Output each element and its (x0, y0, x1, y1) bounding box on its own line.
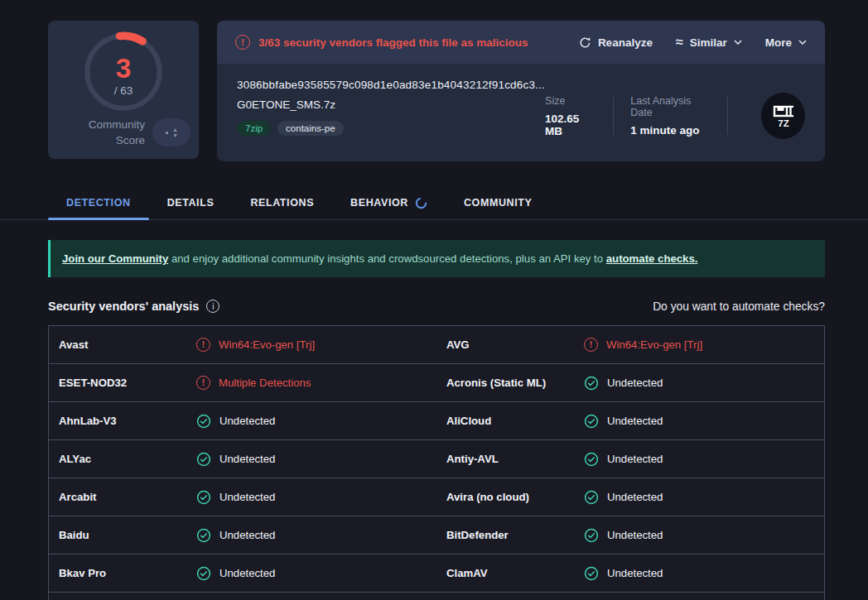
vendor-cell: Arcabit ! Undetected (49, 478, 436, 516)
vendor-result: ! Undetected (196, 566, 275, 581)
table-row: AhnLab-V3 ! Undetected AliCloud ! Undete… (49, 402, 824, 440)
check-icon (196, 414, 211, 429)
tab-relations[interactable]: RELATIONS (232, 186, 332, 219)
analysis-title-group: Security vendors' analysis i (48, 300, 219, 313)
result-text: Undetected (219, 415, 275, 427)
alert-icon: ! (235, 35, 250, 50)
result-text: Undetected (607, 529, 663, 541)
more-label: More (765, 36, 792, 49)
check-icon (196, 528, 211, 543)
banner-middle-text: and enjoy additional community insights … (168, 252, 606, 265)
vendor-result: ! Undetected (196, 528, 275, 543)
more-button[interactable]: More (765, 36, 807, 49)
vendor-result: ! Undetected (584, 452, 663, 467)
result-text: Undetected (607, 567, 663, 579)
file-type-text: 7Z (778, 118, 788, 128)
result-text: Undetected (607, 453, 663, 465)
chevron-down-icon (798, 40, 807, 45)
table-row: Baidu ! Undetected BitDefender ! Undetec… (49, 516, 824, 554)
tab-community[interactable]: COMMUNITY (446, 186, 550, 219)
result-text: Undetected (607, 377, 663, 389)
score-value: 3 (116, 53, 132, 84)
file-identity-block: 3086bbfabe93585579c098d1e0ad83e1b4043212… (237, 79, 545, 150)
vendor-name: ClamAV (446, 567, 584, 579)
vendor-name: ALYac (59, 453, 196, 465)
vote-down-icon[interactable]: ▾ (173, 132, 176, 138)
table-row: Arcabit ! Undetected Avira (no cloud) ! … (49, 478, 824, 516)
join-community-banner: Join our Community and enjoy additional … (48, 240, 825, 277)
vendor-cell: Antiy-AVL ! Undetected (436, 440, 824, 478)
join-community-link[interactable]: Join our Community (62, 252, 168, 265)
analysis-header-row: Security vendors' analysis i Do you want… (48, 300, 825, 313)
score-total: / 63 (114, 84, 133, 97)
similar-label: Similar (690, 36, 727, 49)
automate-checks-question[interactable]: Do you want to automate checks? (653, 300, 825, 313)
table-row: ESET-NOD32 ! Multiple Detections Acronis… (49, 364, 824, 402)
reanalyze-icon (579, 36, 591, 49)
file-details: 3086bbfabe93585579c098d1e0ad83e1b4043212… (217, 64, 825, 161)
report-tabs: DETECTION DETAILS RELATIONS BEHAVIOR COM… (0, 186, 868, 220)
table-row: ALYac ! Undetected Antiy-AVL ! Undetecte… (49, 440, 824, 478)
check-icon (584, 528, 599, 543)
table-row-partial (49, 593, 824, 600)
result-text: Undetected (219, 529, 275, 541)
tag-7zip[interactable]: 7zip (237, 121, 271, 136)
vendor-cell: ClamAV ! Undetected (436, 554, 824, 592)
file-meta-group: Size 102.65 MB Last Analysis Date 1 minu… (545, 82, 805, 150)
similar-button[interactable]: ≈ Similar (676, 36, 742, 49)
file-tags: 7zip contains-pe (237, 121, 545, 136)
alert-icon: ! (196, 376, 210, 390)
table-row: Bkav Pro ! Undetected ClamAV ! Undetecte… (49, 554, 824, 593)
check-icon (584, 452, 599, 467)
result-text: Multiple Detections (219, 377, 311, 389)
result-text: Undetected (219, 491, 275, 503)
result-text: Undetected (607, 491, 663, 503)
vendor-name: ESET-NOD32 (59, 377, 196, 389)
file-hash[interactable]: 3086bbfabe93585579c098d1e0ad83e1b4043212… (237, 79, 545, 91)
tab-details[interactable]: DETAILS (149, 186, 233, 219)
vendor-result: ! Undetected (584, 490, 663, 505)
vendor-result: ! Undetected (584, 566, 663, 581)
vendor-cell: Acronis (Static ML) ! Undetected (436, 364, 824, 401)
file-name: G0ETONE_SMS.7z (237, 98, 545, 111)
vendor-name: AliCloud (446, 415, 584, 427)
virustotal-file-report-page: 3 / 63 Community Score ▴ ▾ ! (0, 0, 868, 600)
tag-contains-pe[interactable]: contains-pe (277, 121, 343, 136)
vendor-result: ! Undetected (584, 414, 663, 429)
info-icon[interactable]: i (206, 300, 219, 313)
vendor-name: Avast (59, 338, 196, 351)
check-icon (196, 566, 211, 581)
file-size-block: Size 102.65 MB (545, 95, 596, 137)
vendor-name: Acronis (Static ML) (446, 377, 584, 389)
check-icon (584, 414, 599, 429)
vote-carets[interactable]: ▴ ▾ (173, 127, 176, 138)
analysis-title: Security vendors' analysis (48, 300, 199, 313)
tab-detection[interactable]: DETECTION (48, 186, 149, 219)
similar-icon: ≈ (676, 36, 683, 49)
vendor-name: Avira (no cloud) (446, 491, 584, 503)
result-text: Undetected (219, 453, 275, 465)
vendor-name: Baidu (59, 529, 196, 541)
vendor-cell: Avast ! Win64:Evo-gen [Trj] (49, 326, 436, 363)
vendor-result: ! Undetected (196, 490, 275, 505)
vendor-name: AVG (446, 338, 584, 351)
automate-checks-link[interactable]: automate checks. (606, 252, 698, 265)
result-text: Win64:Evo-gen [Trj] (219, 338, 315, 351)
file-summary-card: ! 3/63 security vendors flagged this fil… (217, 21, 825, 161)
vendor-cell: AVG ! Win64:Evo-gen [Trj] (436, 326, 824, 363)
tab-detection-label: DETECTION (66, 197, 131, 209)
vendor-cell: AhnLab-V3 ! Undetected (49, 402, 436, 439)
community-vote-widget[interactable]: ▴ ▾ (152, 118, 190, 146)
reanalyze-button[interactable]: Reanalyze (579, 36, 653, 49)
check-icon (584, 566, 599, 581)
divider (613, 97, 614, 135)
last-analysis-value: 1 minute ago (630, 124, 711, 137)
vote-count-dot (166, 132, 168, 134)
vendor-result: ! Multiple Detections (196, 376, 311, 390)
tab-details-label: DETAILS (167, 197, 215, 209)
tab-behavior[interactable]: BEHAVIOR (332, 186, 446, 219)
alert-icon: ! (196, 338, 210, 352)
security-vendors-table: Avast ! Win64:Evo-gen [Trj] AVG ! Win64:… (48, 325, 825, 600)
check-icon (196, 452, 211, 467)
result-text: Win64:Evo-gen [Trj] (606, 338, 702, 351)
